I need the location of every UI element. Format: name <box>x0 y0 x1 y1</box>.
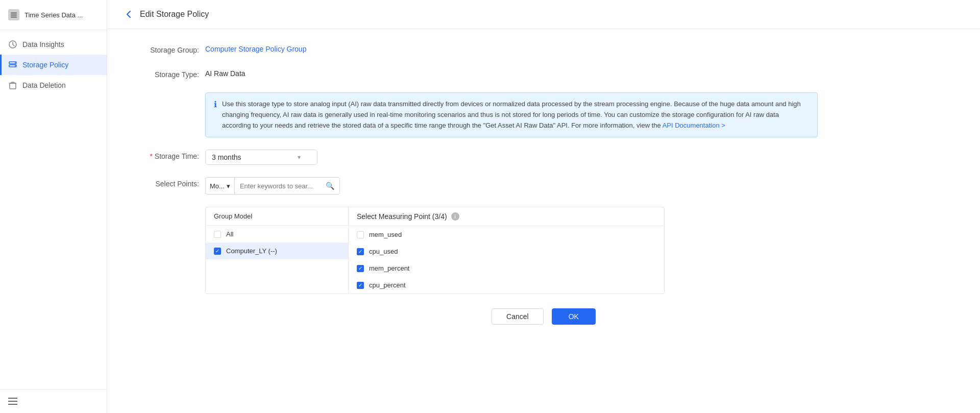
group-model-header: Group Model <box>206 207 348 226</box>
data-insights-icon <box>8 40 17 49</box>
sidebar-item-data-deletion[interactable]: Data Deletion <box>0 75 107 95</box>
storage-type-row: Storage Type: AI Raw Data <box>124 68 964 80</box>
svg-point-6 <box>15 62 16 63</box>
chevron-down-icon: ▾ <box>298 154 301 161</box>
select-points-table: Group Model All Computer_LY (--) Select … <box>205 207 665 294</box>
sidebar-header: Time Series Data ... <box>0 0 107 30</box>
storage-time-label: Storage Time: <box>124 150 205 162</box>
mem-percent-label: mem_percent <box>369 264 409 272</box>
back-button[interactable] <box>124 9 134 19</box>
measuring-point-cpu-used[interactable]: cpu_used <box>349 243 664 260</box>
data-deletion-icon <box>8 81 17 90</box>
storage-group-value: Computer Storage Policy Group <box>205 43 306 55</box>
sidebar-nav: Data Insights Storage Policy Data Deleti… <box>0 30 107 389</box>
info-text-content: Use this storage type to store analog in… <box>222 99 809 131</box>
cpu-percent-checkbox[interactable] <box>357 282 364 289</box>
storage-time-value: 3 months <box>212 153 241 161</box>
measuring-point-info-icon[interactable]: i <box>451 212 459 221</box>
sidebar: Time Series Data ... Data Insights Stora… <box>0 0 107 413</box>
svg-rect-8 <box>10 83 16 89</box>
ok-button[interactable]: OK <box>552 308 596 325</box>
content-area: Storage Group: Computer Storage Policy G… <box>107 29 980 413</box>
storage-group-label: Storage Group: <box>124 43 205 56</box>
sidebar-header-title: Time Series Data ... <box>24 11 83 19</box>
storage-time-select[interactable]: 3 months ▾ <box>205 150 317 165</box>
cpu-used-label: cpu_used <box>369 248 398 255</box>
all-checkbox[interactable] <box>214 231 221 238</box>
sidebar-item-data-insights[interactable]: Data Insights <box>0 34 107 55</box>
points-inputs: Mo... ▾ 🔍 <box>205 177 340 195</box>
storage-time-select-wrapper: 3 months ▾ <box>205 150 317 165</box>
storage-time-row: Storage Time: 3 months ▾ <box>124 150 964 165</box>
points-search-input[interactable] <box>240 182 326 190</box>
svg-rect-0 <box>11 12 17 14</box>
group-model-all-item[interactable]: All <box>206 226 348 242</box>
cancel-button[interactable]: Cancel <box>492 308 544 325</box>
measuring-point-mem-used[interactable]: mem_used <box>349 226 664 243</box>
measuring-point-cpu-percent[interactable]: cpu_percent <box>349 277 664 294</box>
svg-rect-2 <box>11 16 17 18</box>
measuring-point-header: Select Measuring Point (3/4) i <box>349 207 664 226</box>
sidebar-item-label-data-insights: Data Insights <box>22 40 64 48</box>
cpu-percent-label: cpu_percent <box>369 281 406 289</box>
computer-ly-checkbox[interactable] <box>214 248 221 255</box>
sidebar-item-storage-policy[interactable]: Storage Policy <box>0 55 107 75</box>
points-search-wrapper: 🔍 <box>234 177 340 195</box>
cpu-used-checkbox[interactable] <box>357 248 364 255</box>
group-model-pane: Group Model All Computer_LY (--) <box>206 207 349 294</box>
mem-used-label: mem_used <box>369 231 402 238</box>
database-icon <box>8 9 19 20</box>
computer-ly-label: Computer_LY (--) <box>226 247 277 255</box>
measuring-point-header-label: Select Measuring Point (3/4) <box>357 212 447 221</box>
measuring-point-pane: Select Measuring Point (3/4) i mem_used … <box>349 207 664 294</box>
storage-policy-icon <box>8 60 17 69</box>
mem-used-checkbox[interactable] <box>357 231 364 238</box>
svg-point-7 <box>15 65 16 66</box>
storage-type-label: Storage Type: <box>124 68 205 80</box>
storage-type-value: AI Raw Data <box>205 68 246 79</box>
chevron-down-icon-small: ▾ <box>227 182 230 190</box>
select-points-row: Select Points: Mo... ▾ 🔍 <box>124 177 964 195</box>
mem-percent-checkbox[interactable] <box>357 265 364 272</box>
all-label: All <box>226 230 233 238</box>
info-icon: ℹ <box>214 100 217 109</box>
measuring-point-mem-percent[interactable]: mem_percent <box>349 260 664 277</box>
group-model-computer-item[interactable]: Computer_LY (--) <box>206 242 348 259</box>
search-icon: 🔍 <box>326 182 334 190</box>
svg-rect-1 <box>11 14 17 16</box>
sidebar-item-label-storage-policy: Storage Policy <box>22 61 68 69</box>
page-title: Edit Storage Policy <box>140 10 209 19</box>
api-docs-link[interactable]: API Documentation > <box>663 122 725 129</box>
select-points-label: Select Points: <box>124 177 205 189</box>
sidebar-footer <box>0 389 107 413</box>
page-header: Edit Storage Policy <box>107 0 980 29</box>
points-type-select[interactable]: Mo... ▾ <box>205 177 234 195</box>
main-content: Edit Storage Policy Storage Group: Compu… <box>107 0 980 413</box>
storage-group-row: Storage Group: Computer Storage Policy G… <box>124 43 964 56</box>
info-box: ℹ Use this storage type to store analog … <box>205 92 818 137</box>
collapse-icon[interactable] <box>8 398 99 405</box>
sidebar-item-label-data-deletion: Data Deletion <box>22 81 66 89</box>
footer-buttons: Cancel OK <box>124 294 964 335</box>
